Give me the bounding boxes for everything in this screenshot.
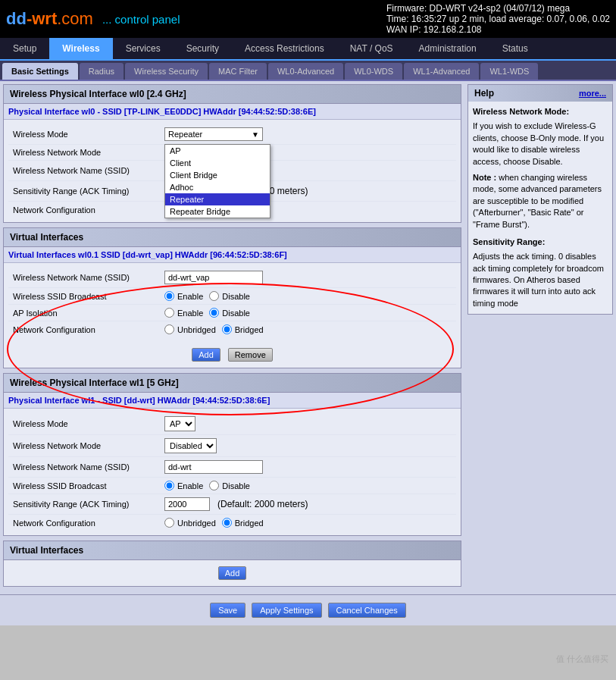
- wl0-body: Wireless Mode Repeater ▼ AP Client Clien…: [4, 120, 461, 222]
- virtual-wl1-header: Virtual Interfaces: [4, 541, 461, 560]
- dropdown-item-repeater[interactable]: Repeater: [165, 193, 270, 205]
- wl0-network-config-label: Network Configuration: [13, 205, 164, 215]
- subtab-mac[interactable]: MAC Filter: [209, 63, 267, 80]
- tab-services[interactable]: Services: [113, 38, 174, 59]
- wl0-network-mode-label: Wireless Network Mode: [13, 148, 164, 157]
- wireless-mode-row: Wireless Mode Repeater ▼ AP Client Clien…: [8, 124, 456, 145]
- subtab-basic[interactable]: Basic Settings: [2, 63, 78, 80]
- virt-broadcast-disable-radio[interactable]: [209, 291, 219, 301]
- wl1-section-header: Wireless Physical Interface wl1 [5 GHz]: [4, 374, 461, 393]
- wl1-broadcast-label: Wireless SSID Broadcast: [13, 481, 164, 490]
- virt-ap-isolation-row: AP Isolation Enable Disable: [8, 305, 456, 321]
- virt-network-config-control: Unbridged Bridged: [164, 324, 452, 334]
- virt-ssid-row: Wireless Network Name (SSID): [8, 268, 456, 288]
- subtab-wl1adv[interactable]: WL1-Advanced: [404, 63, 479, 80]
- sensitivity-help-title: Sensitivity Range:: [473, 237, 545, 246]
- wl0-section: Wireless Physical Interface wl0 [2.4 GHz…: [3, 84, 461, 223]
- dropdown-item-client[interactable]: Client: [165, 157, 270, 169]
- wl1-broadcast-row: Wireless SSID Broadcast Enable Disable: [8, 478, 456, 494]
- virt-wl0-add-button[interactable]: Add: [192, 348, 220, 362]
- virt-ap-isolation-disable-radio[interactable]: [209, 308, 219, 318]
- wireless-mode-control: Repeater ▼ AP Client Client Bridge Adhoc…: [164, 127, 452, 141]
- wireless-mode-dropdown-list: AP Client Client Bridge Adhoc Repeater R…: [164, 144, 270, 218]
- virt-broadcast-enable[interactable]: Enable: [164, 291, 203, 301]
- dropdown-item-repeater-bridge[interactable]: Repeater Bridge: [165, 205, 270, 218]
- wl1-broadcast-disable-radio[interactable]: [209, 481, 219, 490]
- tab-admin[interactable]: Administration: [406, 38, 489, 59]
- virt-broadcast-enable-radio[interactable]: [164, 291, 174, 301]
- subtab-wl0adv[interactable]: WL0-Advanced: [268, 63, 343, 80]
- wl0-iface-header: Physical Interface wl0 - SSID [TP-LINK_E…: [4, 104, 461, 120]
- wl1-bridged-option[interactable]: Bridged: [222, 518, 264, 528]
- control-panel-label: ... control panel: [102, 13, 180, 26]
- virt-ap-isolation-enable-radio[interactable]: [164, 308, 174, 318]
- wl1-mode-select[interactable]: AP: [164, 416, 195, 431]
- tab-status[interactable]: Status: [489, 38, 541, 59]
- tab-wireless[interactable]: Wireless: [49, 38, 112, 59]
- wl1-network-config-label: Network Configuration: [13, 519, 164, 528]
- wireless-mode-dropdown-container: Repeater ▼ AP Client Client Bridge Adhoc…: [164, 127, 263, 141]
- wl1-broadcast-enable[interactable]: Enable: [164, 481, 203, 490]
- wl1-broadcast-disable[interactable]: Disable: [209, 481, 250, 490]
- help-body: Wireless Network Mode: If you wish to ex…: [468, 102, 612, 314]
- wl1-sensitivity-row: Sensitivity Range (ACK Timing) (Default:…: [8, 494, 456, 515]
- wl0-section-header: Wireless Physical Interface wl0 [2.4 GHz…: [4, 85, 461, 104]
- wl1-ssid-input[interactable]: [164, 460, 263, 474]
- subtab-wsec[interactable]: Wireless Security: [125, 63, 208, 80]
- subtab-wl0wds[interactable]: WL0-WDS: [345, 63, 402, 80]
- apply-settings-button[interactable]: Apply Settings: [252, 603, 321, 618]
- wireless-mode-label: Wireless Mode: [13, 130, 164, 139]
- wl1-broadcast-control: Enable Disable: [164, 481, 452, 490]
- virt-wl1-buttons: Add: [4, 560, 461, 586]
- subtab-wl1wds[interactable]: WL1-WDS: [480, 63, 538, 80]
- wl1-network-mode-select[interactable]: Disabled: [164, 438, 217, 453]
- save-button[interactable]: Save: [210, 603, 245, 618]
- virt-unbridged-radio[interactable]: [164, 324, 174, 334]
- wl1-unbridged-radio[interactable]: [164, 518, 174, 528]
- virt-bridged-radio[interactable]: [222, 324, 232, 334]
- wireless-mode-select[interactable]: Repeater ▼: [164, 127, 263, 141]
- tab-access[interactable]: Access Restrictions: [232, 38, 337, 59]
- dropdown-item-adhoc[interactable]: Adhoc: [165, 181, 270, 193]
- wl1-bridged-radio[interactable]: [222, 518, 232, 528]
- virt-wl1-add-button[interactable]: Add: [218, 566, 247, 580]
- subtab-radius[interactable]: Radius: [80, 63, 124, 80]
- wl1-mode-control: AP: [164, 416, 452, 431]
- wl1-mode-row: Wireless Mode AP: [8, 413, 456, 435]
- dropdown-item-ap[interactable]: AP: [165, 145, 270, 157]
- wl1-mode-label: Wireless Mode: [13, 419, 164, 428]
- wireless-mode-help-text: If you wish to exclude Wireless-G client…: [473, 121, 608, 168]
- tab-security[interactable]: Security: [174, 38, 232, 59]
- virt-ap-isolation-disable[interactable]: Disable: [209, 308, 250, 318]
- tab-nat[interactable]: NAT / QoS: [337, 38, 406, 59]
- virt-broadcast-disable[interactable]: Disable: [209, 291, 250, 301]
- wl1-section: Wireless Physical Interface wl1 [5 GHz] …: [3, 373, 461, 536]
- virt-wl0-remove-button[interactable]: Remove: [228, 348, 273, 362]
- wl1-ssid-control: [164, 460, 452, 474]
- tab-setup[interactable]: Setup: [0, 38, 49, 59]
- virtual-wl1-section: Virtual Interfaces Add: [3, 541, 461, 587]
- virt-ap-isolation-enable[interactable]: Enable: [164, 308, 203, 318]
- virtual-wl0-body: Wireless Network Name (SSID) Wireless SS…: [4, 263, 461, 342]
- wl1-sensitivity-control: (Default: 2000 meters): [164, 497, 452, 511]
- sensitivity-help-text: Adjusts the ack timing. 0 disables ack t…: [473, 251, 608, 309]
- virt-bridged-option[interactable]: Bridged: [222, 324, 264, 334]
- dropdown-item-client-bridge[interactable]: Client Bridge: [165, 169, 270, 181]
- dropdown-arrow-icon: ▼: [252, 130, 259, 139]
- virt-ssid-input[interactable]: [164, 271, 263, 284]
- wl1-ssid-row: Wireless Network Name (SSID): [8, 457, 456, 478]
- content-area: Wireless Physical Interface wl0 [2.4 GHz…: [0, 81, 464, 594]
- wl1-ssid-label: Wireless Network Name (SSID): [13, 462, 164, 472]
- help-more-link[interactable]: more...: [579, 89, 606, 98]
- wl1-broadcast-enable-radio[interactable]: [164, 481, 174, 490]
- wl1-sensitivity-input[interactable]: [164, 497, 210, 511]
- logo: dd-wrt.com ... control panel: [6, 9, 180, 29]
- wireless-mode-value: Repeater: [168, 130, 252, 139]
- virt-broadcast-control: Enable Disable: [164, 291, 452, 301]
- virt-wl0-buttons: Add Remove: [4, 342, 461, 368]
- wl1-unbridged-option[interactable]: Unbridged: [164, 518, 216, 528]
- cancel-changes-button[interactable]: Cancel Changes: [328, 603, 406, 618]
- wl1-sensitivity-default: (Default: 2000 meters): [217, 499, 308, 509]
- virt-network-config-row: Network Configuration Unbridged Bridged: [8, 321, 456, 337]
- virt-unbridged-option[interactable]: Unbridged: [164, 324, 216, 334]
